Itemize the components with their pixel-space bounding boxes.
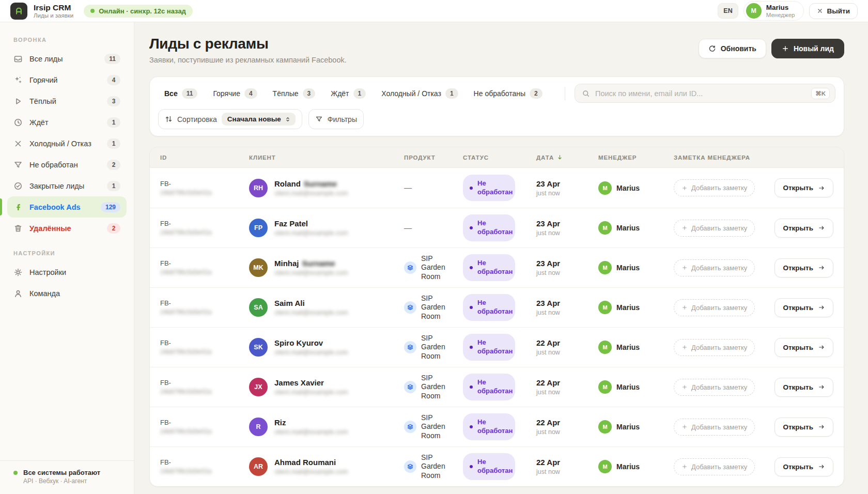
lead-id-cell: FB- 24b8796c5d3e02a — [160, 339, 249, 356]
sidebar-item-settings[interactable]: Настройки — [7, 261, 127, 283]
lead-id-prefix: FB- — [160, 379, 249, 387]
lead-id-masked: 24b8796c5d3e02a — [160, 308, 249, 316]
client-info: Roland Surname client.mail@example.com — [274, 179, 348, 197]
add-note-button[interactable]: Добавить заметку — [674, 339, 755, 356]
product-name: SIP Garden Room — [421, 334, 458, 361]
sort-direction-down-icon — [556, 154, 563, 161]
status-badge: Не обработан — [463, 334, 515, 361]
open-lead-button[interactable]: Открыть — [774, 418, 833, 437]
system-status-text: Все системы работают API · Вебхук · AI-а… — [23, 469, 100, 485]
open-lead-button[interactable]: Открыть — [774, 378, 833, 397]
add-note-button[interactable]: Добавить заметку — [674, 179, 755, 196]
sort-control[interactable]: Сортировка Сначала новые — [158, 109, 302, 129]
sidebar-item-deleted[interactable]: Удалённые2 — [7, 218, 127, 239]
tab-hot[interactable]: Горячие4 — [213, 88, 257, 99]
column-header: СТАТУС — [463, 155, 536, 161]
date-cell: 23 Apr just now — [536, 179, 598, 197]
language-button[interactable]: EN — [718, 3, 738, 19]
sidebar-item-unprocessed[interactable]: Не обработан2 — [7, 154, 127, 175]
sidebar-item-warm[interactable]: Тёплый3 — [7, 90, 127, 112]
lead-id-masked: 24b8796c5d3e02a — [160, 348, 249, 356]
x-icon — [13, 139, 23, 148]
date-cell: 22 Apr just now — [536, 378, 598, 396]
note-cell: Добавить заметку — [674, 179, 765, 196]
sidebar-item-closed-leads[interactable]: Закрытые лиды1 — [7, 175, 127, 196]
date-cell: 22 Apr just now — [536, 458, 598, 475]
app-titles: Irsip CRM Лиды и заявки — [34, 3, 73, 19]
sidebar-item-waiting[interactable]: Ждёт1 — [7, 112, 127, 133]
system-status-subtitle: API · Вебхук · AI-агент — [23, 477, 100, 485]
tab-all[interactable]: Все11 — [164, 88, 197, 99]
add-note-button[interactable]: Добавить заметку — [674, 259, 755, 276]
client-info: Ahmad Roumani client.mail@example.com — [274, 458, 348, 475]
open-lead-button[interactable]: Открыть — [774, 178, 833, 197]
sidebar-item-all-leads[interactable]: Все лиды11 — [7, 48, 127, 69]
page-header-actions: Обновить Новый лид — [699, 39, 844, 58]
tab-waiting[interactable]: Ждёт1 — [331, 88, 366, 99]
product-layers-icon — [404, 341, 416, 353]
manager-name: Marius — [616, 184, 640, 192]
open-lead-button[interactable]: Открыть — [774, 298, 833, 317]
client-email-masked: client.mail@example.com — [274, 428, 348, 436]
count-badge: 1 — [107, 181, 120, 191]
clock-icon — [13, 118, 23, 127]
sidebar-item-hot[interactable]: Горячий4 — [7, 69, 127, 90]
search-input[interactable] — [595, 89, 806, 98]
product-name: SIP Garden Room — [421, 294, 458, 321]
manager-cell: M Marius — [598, 221, 674, 235]
product-cell: SIP Garden Room — [404, 294, 463, 321]
sort-select[interactable]: Сначала новые — [222, 113, 296, 126]
refresh-button[interactable]: Обновить — [699, 39, 766, 58]
filters-button[interactable]: Фильтры — [308, 109, 364, 129]
status-badge: Не обработан — [463, 175, 515, 202]
status-cell: Не обработан — [463, 254, 536, 281]
sidebar-item-label: Не обработан — [29, 161, 100, 169]
client-email-masked: client.mail@example.com — [274, 229, 348, 237]
sidebar-item-team[interactable]: Команда — [7, 283, 127, 304]
user-menu[interactable]: M Marius Менеджер — [743, 1, 804, 21]
add-note-button[interactable]: Добавить заметку — [674, 299, 755, 316]
status-dot-icon — [470, 266, 473, 269]
sidebar-item-label: Ждёт — [29, 118, 100, 127]
date-cell: 23 Apr just now — [536, 259, 598, 276]
manager-name: Marius — [616, 224, 640, 232]
table-row: FB- 24b8796c5d3e02a SK Spiro Kyurov clie… — [150, 327, 844, 367]
lead-id-prefix: FB- — [160, 299, 249, 307]
lead-id-masked: 24b8796c5d3e02a — [160, 189, 249, 196]
add-note-button[interactable]: Добавить заметку — [674, 220, 755, 237]
sidebar-item-facebook-ads[interactable]: Facebook Ads129 — [7, 196, 127, 218]
lead-id-prefix: FB- — [160, 220, 249, 227]
add-note-button[interactable]: Добавить заметку — [674, 379, 755, 396]
manager-avatar: M — [598, 301, 612, 314]
product-cell: SIP Garden Room — [404, 453, 463, 481]
table-row: FB- 24b8796c5d3e02a AR Ahmad Roumani cli… — [150, 446, 844, 486]
tab-warm[interactable]: Тёплые3 — [273, 88, 316, 99]
open-lead-button[interactable]: Открыть — [774, 258, 833, 277]
add-note-button[interactable]: Добавить заметку — [674, 458, 755, 475]
sidebar-section-settings: НАСТРОЙКИ — [7, 250, 127, 256]
status-badge: Не обработан — [463, 294, 515, 321]
status-cell: Не обработан — [463, 294, 536, 321]
tab-cold-refused[interactable]: Холодный / Отказ1 — [381, 88, 458, 99]
manager-name: Marius — [616, 264, 640, 272]
column-header[interactable]: ДАТА — [536, 154, 598, 161]
status-label: Не обработан — [477, 219, 513, 237]
new-lead-button[interactable]: Новый лид — [771, 39, 844, 58]
open-label: Открыть — [783, 463, 813, 471]
date-caption: just now — [536, 309, 598, 316]
note-cell: Добавить заметку — [674, 458, 765, 475]
status-badge: Не обработан — [463, 413, 515, 440]
add-note-button[interactable]: Добавить заметку — [674, 419, 755, 436]
open-lead-button[interactable]: Открыть — [774, 219, 833, 238]
status-badge: Не обработан — [463, 374, 515, 400]
open-label: Открыть — [783, 224, 813, 232]
status-dot-icon — [470, 187, 473, 190]
user-name: Marius — [766, 4, 795, 12]
sidebar-item-cold-refused[interactable]: Холодный / Отказ1 — [7, 133, 127, 154]
status-badge: Не обработан — [463, 254, 515, 281]
open-lead-button[interactable]: Открыть — [774, 338, 833, 357]
logout-button[interactable]: Выйти — [809, 3, 858, 19]
count-badge: 3 — [303, 88, 316, 99]
tab-unprocessed[interactable]: Не обработаны2 — [474, 88, 542, 99]
open-lead-button[interactable]: Открыть — [774, 457, 833, 476]
